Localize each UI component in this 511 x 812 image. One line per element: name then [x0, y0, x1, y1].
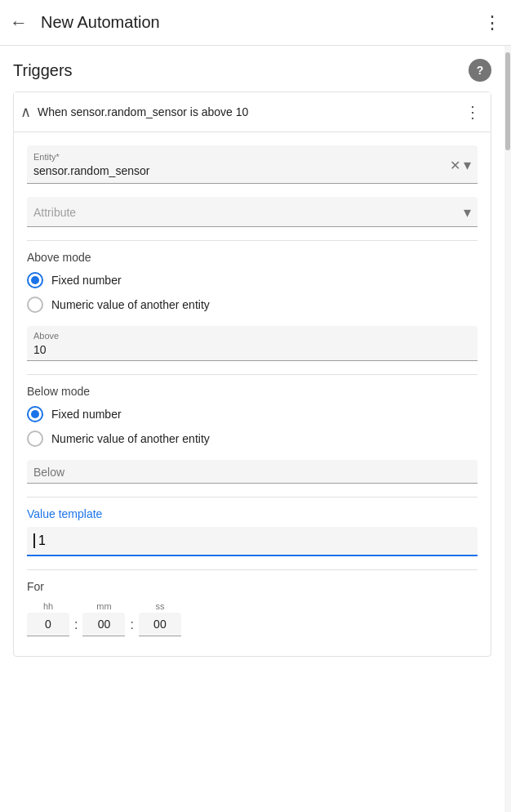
for-ss-input[interactable]: [139, 613, 181, 636]
divider-1: [27, 240, 478, 241]
for-mm-label: mm: [96, 601, 111, 611]
above-field-label: Above: [33, 331, 471, 341]
header-more-button[interactable]: ⋮: [483, 12, 501, 33]
triggers-title: Triggers: [13, 61, 73, 80]
for-title: For: [27, 580, 478, 593]
collapse-icon[interactable]: ∧: [20, 103, 31, 121]
entity-input[interactable]: [33, 164, 176, 177]
entity-field-actions: ✕ ▾: [450, 156, 471, 174]
above-fixed-radio-inner: [31, 276, 39, 284]
attribute-placeholder: Attribute: [33, 206, 464, 219]
for-hh-label: hh: [43, 601, 53, 611]
for-separator-2: :: [128, 618, 135, 632]
above-fixed-label: Fixed number: [51, 274, 122, 287]
entity-clear-icon[interactable]: ✕: [450, 158, 460, 173]
for-ss-field: ss: [139, 601, 181, 636]
below-mode-title: Below mode: [27, 385, 478, 398]
attribute-select[interactable]: Attribute ▾: [27, 197, 478, 227]
for-separator-1: :: [73, 618, 79, 632]
below-entity-radio-circle: [27, 431, 43, 447]
value-template-group: Value template 1: [27, 507, 478, 556]
scrollbar-track[interactable]: [504, 46, 511, 812]
above-mode-group: Above mode Fixed number Numeric value of…: [27, 251, 478, 313]
above-input[interactable]: [33, 343, 471, 356]
below-fixed-radio-inner: [31, 410, 39, 418]
value-template-input-area[interactable]: 1: [27, 527, 478, 556]
above-mode-title: Above mode: [27, 251, 478, 264]
for-mm-field: mm: [82, 601, 125, 636]
attribute-arrow-icon: ▾: [464, 203, 471, 221]
entity-field-row: Entity* ✕ ▾: [27, 145, 478, 184]
value-template-title: Value template: [27, 507, 478, 520]
divider-4: [27, 569, 478, 570]
above-fixed-radio-circle: [27, 272, 43, 288]
above-field: Above: [27, 326, 478, 361]
trigger-body: Entity* ✕ ▾ Attribute ▾: [14, 132, 491, 656]
below-field: [27, 460, 478, 484]
for-hh-field: hh: [27, 601, 69, 636]
attribute-field-group: Attribute ▾: [27, 197, 478, 227]
below-entity-label: Numeric value of another entity: [51, 432, 210, 445]
above-mode-radio-group: Fixed number Numeric value of another en…: [27, 272, 478, 313]
below-entity-option[interactable]: Numeric value of another entity: [27, 431, 478, 447]
trigger-more-button[interactable]: ⋮: [464, 102, 481, 122]
scrollbar-thumb[interactable]: [505, 52, 510, 150]
content-area: Triggers ? ∧ When sensor.random_sensor i…: [0, 46, 504, 812]
trigger-card-title: When sensor.random_sensor is above 10: [38, 105, 464, 118]
triggers-section-header: Triggers ?: [13, 59, 491, 82]
for-mm-input[interactable]: [82, 613, 125, 636]
main-content: Triggers ? ∧ When sensor.random_sensor i…: [0, 46, 511, 812]
app-header: ← New Automation ⋮: [0, 0, 511, 46]
below-mode-group: Below mode Fixed number Numeric value of…: [27, 385, 478, 447]
value-template-value: 1: [38, 533, 46, 548]
help-icon-button[interactable]: ?: [469, 59, 491, 82]
for-ss-label: ss: [155, 601, 164, 611]
below-mode-radio-group: Fixed number Numeric value of another en…: [27, 406, 478, 447]
trigger-card: ∧ When sensor.random_sensor is above 10 …: [13, 91, 491, 657]
entity-label: Entity*: [33, 152, 450, 162]
above-entity-radio-circle: [27, 297, 43, 313]
entity-field-group: Entity* ✕ ▾: [27, 145, 478, 184]
below-fixed-number-option[interactable]: Fixed number: [27, 406, 478, 422]
divider-3: [27, 497, 478, 497]
for-hh-input[interactable]: [27, 613, 69, 636]
above-fixed-number-option[interactable]: Fixed number: [27, 272, 478, 288]
entity-dropdown-icon[interactable]: ▾: [464, 156, 471, 174]
below-input[interactable]: [33, 466, 471, 479]
for-section-group: For hh : mm : ss: [27, 580, 478, 636]
trigger-card-header: ∧ When sensor.random_sensor is above 10 …: [14, 92, 491, 132]
below-fixed-label: Fixed number: [51, 408, 122, 421]
above-entity-option[interactable]: Numeric value of another entity: [27, 297, 478, 313]
back-button[interactable]: ←: [10, 12, 28, 33]
text-cursor: [33, 533, 35, 548]
divider-2: [27, 374, 478, 375]
for-inputs-row: hh : mm : ss: [27, 601, 478, 636]
above-entity-label: Numeric value of another entity: [51, 298, 210, 311]
page-title: New Automation: [41, 13, 483, 32]
below-fixed-radio-circle: [27, 406, 43, 422]
